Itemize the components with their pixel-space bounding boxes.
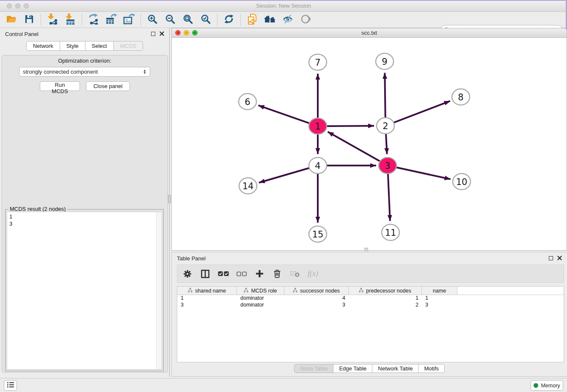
node-label: 3 [385, 161, 390, 171]
cp-tab-style[interactable]: Style [60, 41, 85, 51]
cp-tab-network[interactable]: Network [26, 41, 60, 51]
table-cell[interactable]: 3 [422, 302, 457, 309]
table-row[interactable]: 1dominator411 [177, 295, 564, 302]
edge-2-8[interactable] [393, 101, 450, 123]
hide-selected-button[interactable] [281, 13, 295, 27]
window-top-border [0, 0, 567, 1]
main-toolbar [0, 12, 567, 28]
table-tab-node-table[interactable]: Node Table [294, 364, 334, 373]
show-all-button[interactable] [298, 13, 313, 27]
result-scrollbar[interactable] [156, 212, 162, 369]
node-14[interactable]: 14 [239, 178, 257, 194]
export-image-button[interactable] [122, 13, 136, 27]
select-all-icon[interactable] [218, 268, 229, 280]
import-table-button[interactable] [63, 13, 77, 27]
toolbar-separator [41, 14, 41, 26]
network-window-titlebar[interactable]: × – + scc.txt [172, 28, 567, 38]
node-6[interactable]: 6 [239, 94, 256, 110]
column-header-predecessor-nodes[interactable]: predecessor nodes [349, 287, 422, 295]
node-label: 14 [242, 181, 254, 191]
table-tab-motifs[interactable]: Motifs [418, 364, 445, 373]
node-4[interactable]: 4 [309, 157, 327, 174]
import-network-button[interactable] [45, 13, 60, 27]
float-table-panel-icon[interactable] [549, 256, 553, 260]
column-header-shared-name[interactable]: shared name [177, 287, 237, 295]
network-graph[interactable]: 1234678910111415 [172, 38, 567, 250]
export-table-button[interactable] [104, 13, 118, 27]
table-cell[interactable]: 1 [177, 295, 237, 302]
table-tab-edge-table[interactable]: Edge Table [333, 364, 372, 373]
criterion-dropdown[interactable]: strongly connected component ▲▼ [19, 67, 150, 77]
control-panel: Control Panel NetworkStyleSelectMCDS Opt… [0, 28, 170, 377]
node-10[interactable]: 10 [453, 174, 471, 190]
node-label: 1 [315, 121, 320, 132]
edge-1-2[interactable] [325, 126, 374, 126]
column-header-name[interactable]: name [422, 287, 457, 295]
cp-tab-mcds[interactable]: MCDS [113, 41, 143, 51]
eye-icon [300, 14, 311, 25]
add-column-icon[interactable] [254, 268, 264, 280]
panel-resize-grip[interactable] [364, 248, 368, 251]
table-cell[interactable]: 2 [349, 302, 422, 309]
node-15[interactable]: 15 [309, 226, 327, 242]
save-session-button[interactable] [22, 13, 36, 27]
column-header-successor-nodes[interactable]: successor nodes [284, 287, 349, 295]
node-7[interactable]: 7 [309, 54, 327, 70]
node-table[interactable]: shared nameMCDS rolesuccessor nodesprede… [177, 286, 564, 362]
clone-network-button[interactable] [245, 13, 259, 27]
zoom-in-button[interactable] [145, 13, 160, 27]
table-cell[interactable]: dominator [237, 295, 284, 302]
table-cell[interactable]: 1 [422, 295, 457, 302]
title-bar: Session: New Session [0, 0, 567, 12]
mcds-result-area[interactable]: 1 3 [7, 212, 162, 370]
close-panel-button[interactable]: Close panel [86, 81, 130, 91]
edge-3-1[interactable] [328, 132, 381, 162]
node-9[interactable]: 9 [376, 53, 394, 69]
edge-1-6[interactable] [258, 105, 311, 124]
table-cell[interactable]: 4 [284, 295, 349, 302]
zoom-out-button[interactable] [163, 13, 177, 27]
table-cell[interactable]: 3 [177, 302, 237, 309]
node-1[interactable]: 1 [309, 118, 327, 134]
mcds-result-title: MCDS result (2 nodes) [8, 206, 67, 212]
apply-layout-button[interactable] [222, 13, 236, 27]
delete-column-icon[interactable] [272, 268, 282, 280]
node-2[interactable]: 2 [377, 118, 394, 134]
export-network-button[interactable] [86, 13, 101, 27]
vertical-splitter-handle[interactable] [168, 195, 171, 203]
table-cell[interactable]: dominator [237, 302, 284, 309]
node-11[interactable]: 11 [382, 224, 399, 240]
table-panel: Table Panel f(x) shared nameMCDS rolesuc… [171, 252, 567, 377]
close-table-panel-icon[interactable] [557, 255, 562, 262]
float-panel-icon[interactable] [151, 32, 155, 36]
node-label: 7 [315, 58, 320, 68]
node-3[interactable]: 3 [379, 157, 396, 174]
table-row[interactable]: 3dominator323 [177, 302, 564, 309]
edge-3-11[interactable] [388, 173, 390, 221]
import-network-icon [47, 14, 58, 26]
edge-4-14[interactable] [259, 168, 311, 182]
toolbar-separator [140, 14, 141, 26]
deselect-all-icon[interactable] [237, 268, 247, 280]
edge-2-3[interactable] [386, 133, 387, 154]
memory-button[interactable]: Memory [531, 380, 563, 391]
columns-icon[interactable] [200, 268, 210, 280]
open-session-button[interactable] [4, 13, 19, 27]
node-label: 2 [383, 121, 388, 131]
node-8[interactable]: 8 [452, 89, 470, 105]
gear-icon[interactable] [182, 268, 193, 280]
first-neighbors-button[interactable] [263, 13, 277, 27]
zoom-fit-button[interactable] [181, 13, 195, 27]
cp-tab-select[interactable]: Select [85, 41, 114, 51]
status-bar: Memory [0, 378, 567, 392]
column-header-mcds-role[interactable]: MCDS role [237, 287, 284, 295]
zoom-selected-button[interactable] [198, 13, 213, 27]
close-panel-icon[interactable] [160, 31, 164, 37]
task-history-button[interactable] [4, 380, 17, 391]
table-cell[interactable]: 1 [349, 295, 422, 302]
table-cell[interactable]: 3 [284, 302, 349, 309]
run-mcds-button[interactable]: Run MCDS [40, 81, 80, 91]
edge-3-10[interactable] [395, 167, 451, 179]
edge-2-9[interactable] [385, 73, 385, 118]
table-tab-network-table[interactable]: Network Table [372, 364, 418, 373]
